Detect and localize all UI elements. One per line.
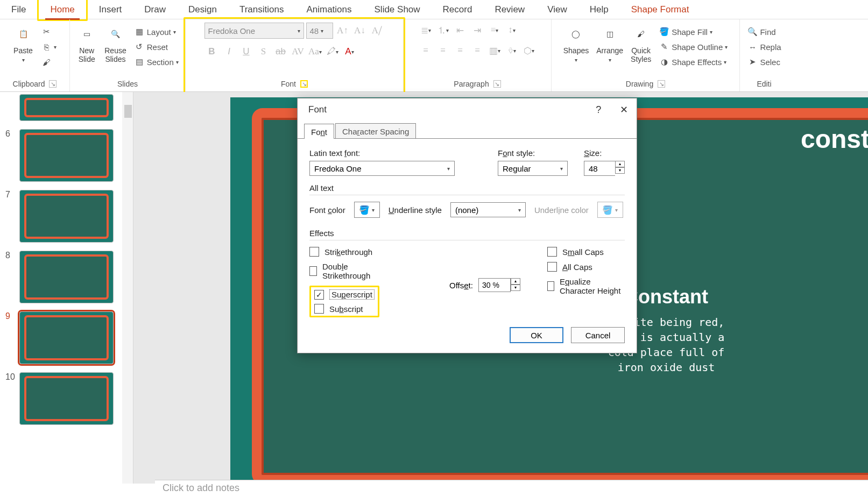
- dlg-tab-font[interactable]: Font: [304, 124, 334, 139]
- indent-inc-button[interactable]: ⇥: [470, 23, 485, 38]
- new-slide-button[interactable]: ▭ New Slide: [74, 23, 99, 65]
- underline-style-combo[interactable]: (none)▾: [450, 202, 526, 217]
- shape-outline-button[interactable]: ✎Shape Outline▾: [657, 40, 730, 53]
- smartart-button[interactable]: ⬡▾: [521, 43, 537, 58]
- tab-file[interactable]: File: [0, 0, 37, 19]
- increase-font-button[interactable]: A↑: [335, 23, 350, 38]
- format-painter-button[interactable]: 🖌: [39, 55, 59, 68]
- tab-design[interactable]: Design: [177, 0, 228, 19]
- thumb-10[interactable]: [19, 372, 114, 425]
- offset-input[interactable]: 30 %: [478, 278, 511, 292]
- shadow-button[interactable]: S: [256, 44, 271, 59]
- reuse-slides-button[interactable]: 🔍 Reuse Slides: [102, 23, 128, 65]
- tab-review[interactable]: Review: [483, 0, 536, 19]
- font-name-combo[interactable]: Fredoka One▾: [204, 23, 304, 39]
- tab-transitions[interactable]: Transitions: [228, 0, 295, 19]
- scrollbar-thumb[interactable]: [124, 105, 132, 118]
- font-color-picker[interactable]: 🪣▾: [354, 202, 380, 218]
- close-button[interactable]: ✕: [620, 104, 628, 115]
- clear-format-button[interactable]: A⧸: [370, 23, 385, 38]
- font-launcher[interactable]: ↘: [300, 80, 308, 88]
- font-size-combo[interactable]: 48▾: [306, 23, 333, 39]
- tab-view[interactable]: View: [536, 0, 578, 19]
- quick-styles-button[interactable]: 🖌Quick Styles: [629, 23, 653, 65]
- text-direction-button[interactable]: ↕▾: [504, 23, 519, 38]
- superscript-checkbox[interactable]: ✓: [314, 290, 324, 300]
- reset-button[interactable]: ↺Reset: [132, 40, 181, 53]
- paste-button[interactable]: 📋 Paste ▾: [11, 23, 36, 64]
- line-spacing-button[interactable]: ≡▾: [487, 23, 502, 38]
- numbering-button[interactable]: ⒈▾: [435, 23, 450, 38]
- drawing-launcher[interactable]: ↘: [658, 80, 665, 88]
- align-text-button[interactable]: ⎀▾: [504, 43, 519, 58]
- thumb-scrollbar[interactable]: [122, 92, 133, 484]
- align-left-button[interactable]: ≡: [418, 43, 433, 58]
- reuse-label: Reuse Slides: [104, 46, 126, 63]
- layout-button[interactable]: ▦Layout▾: [132, 25, 181, 38]
- ok-button[interactable]: OK: [510, 327, 563, 343]
- tab-insert[interactable]: Insert: [88, 0, 133, 19]
- justify-button[interactable]: ≡: [470, 43, 485, 58]
- thumb-7[interactable]: [19, 190, 114, 243]
- subscript-label: Subscript: [329, 304, 363, 314]
- font-style-combo[interactable]: Regular▾: [498, 161, 568, 176]
- align-right-button[interactable]: ≡: [453, 43, 468, 58]
- bullets-button[interactable]: ≣▾: [418, 23, 433, 38]
- thumb-9[interactable]: [19, 311, 114, 364]
- cancel-button[interactable]: Cancel: [571, 327, 625, 343]
- font-style-label: Font style:: [498, 148, 568, 158]
- shape-effects-button[interactable]: ◑Shape Effects▾: [657, 55, 730, 68]
- subscript-checkbox[interactable]: [314, 304, 324, 314]
- thumb-5[interactable]: [19, 94, 114, 121]
- smallcaps-checkbox[interactable]: [547, 247, 557, 257]
- paragraph-launcher[interactable]: ↘: [493, 80, 501, 88]
- underline-button[interactable]: U: [239, 44, 254, 59]
- tab-animations[interactable]: Animations: [295, 0, 363, 19]
- tab-slideshow[interactable]: Slide Show: [363, 0, 432, 19]
- align-center-button[interactable]: ≡: [435, 43, 450, 58]
- section-icon: ▤: [134, 56, 145, 67]
- shape-fill-button[interactable]: 🪣Shape Fill▾: [657, 25, 730, 38]
- find-button[interactable]: 🔍Find: [745, 25, 783, 38]
- clipboard-launcher[interactable]: ↘: [49, 80, 57, 88]
- font-size-input[interactable]: 48: [584, 161, 615, 176]
- columns-button[interactable]: ▥▾: [487, 43, 502, 58]
- offset-spinner[interactable]: ▴▾: [511, 278, 520, 292]
- indent-dec-button[interactable]: ⇤: [453, 23, 468, 38]
- equalize-checkbox[interactable]: [547, 281, 554, 291]
- font-dialog: Font ? ✕ Font Character Spacing Latin te…: [297, 98, 637, 353]
- strike-button[interactable]: ab: [273, 44, 288, 59]
- highlight-button[interactable]: 🖍▾: [325, 44, 340, 59]
- strike-checkbox[interactable]: [309, 247, 319, 257]
- shapes-button[interactable]: ◯Shapes▾: [561, 23, 591, 64]
- case-button[interactable]: Aa▾: [308, 44, 323, 59]
- size-spinner[interactable]: ▴▾: [615, 161, 625, 176]
- tab-home[interactable]: Home: [37, 0, 87, 21]
- latin-font-combo[interactable]: Fredoka One▾: [309, 161, 455, 176]
- replace-button[interactable]: ↔Repla: [745, 40, 783, 53]
- section-button[interactable]: ▤Section▾: [132, 55, 181, 68]
- copy-button[interactable]: ⎘▾: [39, 40, 59, 53]
- allcaps-checkbox[interactable]: [547, 262, 557, 272]
- ribbon: 📋 Paste ▾ ✂ ⎘▾ 🖌 Clipboard ↘ ▭ New Slide…: [0, 19, 868, 92]
- decrease-font-button[interactable]: A↓: [352, 23, 368, 38]
- thumb-8[interactable]: [19, 251, 114, 303]
- copy-icon: ⎘: [41, 41, 52, 52]
- thumb-6[interactable]: [19, 129, 114, 182]
- italic-button[interactable]: I: [222, 44, 237, 59]
- spacing-button[interactable]: AV: [291, 44, 306, 59]
- tab-shape-format[interactable]: Shape Format: [620, 0, 701, 19]
- underline-color-picker[interactable]: 🪣▾: [597, 202, 623, 218]
- dstrike-checkbox[interactable]: [309, 266, 317, 276]
- font-color-button[interactable]: A▾: [342, 44, 357, 59]
- select-button[interactable]: ➤Selec: [745, 55, 783, 68]
- cut-button[interactable]: ✂: [39, 25, 59, 38]
- tab-record[interactable]: Record: [432, 0, 484, 19]
- tab-draw[interactable]: Draw: [133, 0, 177, 19]
- tab-help[interactable]: Help: [578, 0, 620, 19]
- help-button[interactable]: ?: [596, 104, 601, 115]
- bold-button[interactable]: B: [204, 44, 220, 59]
- dlg-tab-spacing[interactable]: Character Spacing: [335, 123, 416, 138]
- arrange-button[interactable]: ◫Arrange▾: [594, 23, 625, 64]
- notes-pane[interactable]: Click to add notes: [155, 480, 868, 497]
